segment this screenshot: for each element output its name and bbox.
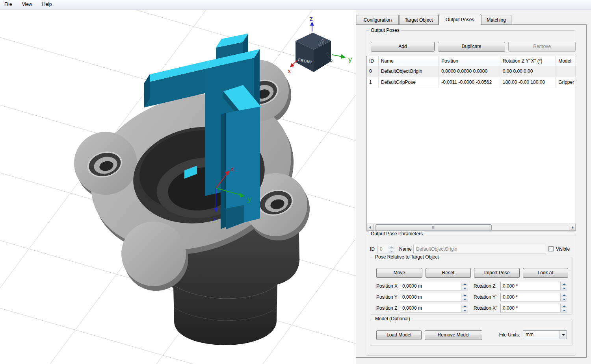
cell-name: DefaultGripPose xyxy=(379,77,439,88)
y-axis-label: y xyxy=(247,195,251,203)
spin-up-icon[interactable] xyxy=(461,304,468,308)
position-x-field[interactable]: 0,0000 m xyxy=(400,282,468,290)
rotation-z-label: Rotation Z xyxy=(474,282,495,290)
visible-checkbox[interactable] xyxy=(548,246,554,251)
z-axis-label: z xyxy=(213,215,217,223)
table-row[interactable]: 0 DefaultObjectOrigin 0.0000 0.0000 0.00… xyxy=(367,66,576,77)
load-model-button[interactable]: Load Model xyxy=(376,330,422,340)
col-rotation[interactable]: Rotation Z Y' X'' (°) xyxy=(500,56,556,66)
position-z-field[interactable]: 0,0000 m xyxy=(400,304,468,312)
look-at-button[interactable]: Look At xyxy=(523,268,568,278)
file-units-label: File Units: xyxy=(489,331,520,339)
output-poses-group-title: Output Poses xyxy=(369,28,401,33)
orientation-cube[interactable]: TOP FRONT RIGHT z y x xyxy=(288,15,352,74)
position-z-value: 0,0000 m xyxy=(402,304,422,312)
cube-y-label: y xyxy=(348,55,352,63)
cube-x-label: x xyxy=(288,68,291,74)
file-units-dropdown[interactable]: mm xyxy=(523,330,567,339)
cube-y-arrow xyxy=(341,54,346,59)
col-position[interactable]: Position xyxy=(439,56,500,66)
spin-down-icon[interactable] xyxy=(461,286,468,290)
output-pose-parameters-group: Output Pose Parameters ID 0 Name Default… xyxy=(366,234,576,356)
cell-rotation: 180.00 -0.00 180.00 xyxy=(500,77,556,88)
id-spinner[interactable]: 0 xyxy=(377,245,395,253)
menu-file[interactable]: File xyxy=(0,0,16,10)
thumb-grip-icon xyxy=(432,226,435,229)
col-id[interactable]: ID xyxy=(367,56,379,66)
dropdown-arrow-icon[interactable] xyxy=(559,331,567,339)
remove-model-button[interactable]: Remove Model xyxy=(425,330,482,340)
tab-configuration[interactable]: Configuration xyxy=(357,15,399,25)
spin-up-icon[interactable] xyxy=(461,282,468,286)
position-x-label: Position X xyxy=(376,282,398,290)
x-axis-label: x xyxy=(230,165,234,173)
rotation-y-value: 0,000 ° xyxy=(503,293,518,301)
position-y-field[interactable]: 0,0000 m xyxy=(400,293,468,301)
scrollbar-thumb[interactable] xyxy=(375,224,492,230)
cube-z-label: z xyxy=(310,15,313,22)
spin-down-icon[interactable] xyxy=(461,308,468,312)
spin-up-icon[interactable] xyxy=(561,293,567,297)
col-name[interactable]: Name xyxy=(379,56,439,66)
cell-position: -0.0011 -0.0000 -0.0562 xyxy=(439,77,500,88)
horizontal-scrollbar[interactable] xyxy=(367,224,576,230)
tab-target-object[interactable]: Target Object xyxy=(399,15,439,25)
menu-view[interactable]: View xyxy=(18,0,37,10)
rotation-y-field[interactable]: 0,000 ° xyxy=(500,293,567,301)
name-field[interactable]: DefaultObjectOrigin xyxy=(413,245,546,253)
duplicate-button[interactable]: Duplicate xyxy=(438,42,505,52)
cell-id: 0 xyxy=(367,66,379,77)
3d-scene: x y z TOP FRONT RIGHT z y x xyxy=(0,10,356,364)
rotation-z-field[interactable]: 0,000 ° xyxy=(500,282,567,290)
cell-name: DefaultObjectOrigin xyxy=(379,66,439,77)
id-value: 0 xyxy=(380,245,383,253)
scroll-left-icon[interactable] xyxy=(367,224,374,231)
spin-up-icon[interactable] xyxy=(461,293,468,297)
spin-up-icon[interactable] xyxy=(561,304,567,308)
cell-rotation: 0.00 0.00 0.00 xyxy=(500,66,556,77)
viewport-3d[interactable]: x y z TOP FRONT RIGHT z y x xyxy=(0,10,356,364)
tab-output-poses[interactable]: Output Poses xyxy=(439,14,481,25)
tab-matching[interactable]: Matching xyxy=(481,15,511,25)
menu-help[interactable]: Help xyxy=(38,0,56,10)
rotation-y-label: Rotation Y' xyxy=(474,293,496,301)
move-button[interactable]: Move xyxy=(376,268,422,278)
col-model[interactable]: Model xyxy=(556,56,576,66)
spin-down-icon[interactable] xyxy=(461,297,468,301)
right-panel: Configuration Target Object Output Poses… xyxy=(356,10,591,364)
rotation-x-value: 0,000 ° xyxy=(503,304,518,312)
cube-z-arrow xyxy=(310,22,314,26)
pose-relative-group: Pose Relative to Target Object Move Rese… xyxy=(370,257,572,315)
rotation-x-field[interactable]: 0,000 ° xyxy=(500,304,567,312)
model-optional-group: Model (Optional) Load Model Remove Model… xyxy=(370,319,572,346)
visible-label: Visible xyxy=(556,245,570,253)
table-row[interactable]: 1 DefaultGripPose -0.0011 -0.0000 -0.056… xyxy=(367,77,576,88)
output-pose-parameters-title: Output Pose Parameters xyxy=(369,231,424,237)
spin-down-icon[interactable] xyxy=(561,297,567,301)
spin-down-icon[interactable] xyxy=(388,249,395,253)
position-y-label: Position Y xyxy=(376,293,398,301)
position-y-value: 0,0000 m xyxy=(402,293,422,301)
import-pose-button[interactable]: Import Pose xyxy=(474,268,520,278)
spin-up-icon[interactable] xyxy=(561,282,567,286)
name-label: Name xyxy=(399,245,412,253)
spin-down-icon[interactable] xyxy=(561,286,567,290)
poses-table-header: ID Name Position Rotation Z Y' X'' (°) M… xyxy=(367,56,576,66)
add-button[interactable]: Add xyxy=(371,42,435,52)
spin-down-icon[interactable] xyxy=(561,308,567,312)
cell-id: 1 xyxy=(367,77,379,88)
spin-up-icon[interactable] xyxy=(388,245,395,249)
position-x-value: 0,0000 m xyxy=(402,282,422,290)
scroll-right-icon[interactable] xyxy=(569,224,576,231)
cell-model: Gripper xyxy=(556,77,576,88)
position-z-label: Position Z xyxy=(376,304,397,312)
poses-table[interactable]: ID Name Position Rotation Z Y' X'' (°) M… xyxy=(366,56,576,231)
cell-position: 0.0000 0.0000 0.0000 xyxy=(439,66,500,77)
cell-model xyxy=(556,66,576,77)
remove-button[interactable]: Remove xyxy=(508,42,576,52)
model-optional-title: Model (Optional) xyxy=(374,316,412,322)
menu-bar: File View Help xyxy=(0,0,591,10)
rotation-x-label: Rotation X'' xyxy=(474,304,498,312)
rotation-z-value: 0,000 ° xyxy=(503,282,518,290)
reset-button[interactable]: Reset xyxy=(426,268,471,278)
